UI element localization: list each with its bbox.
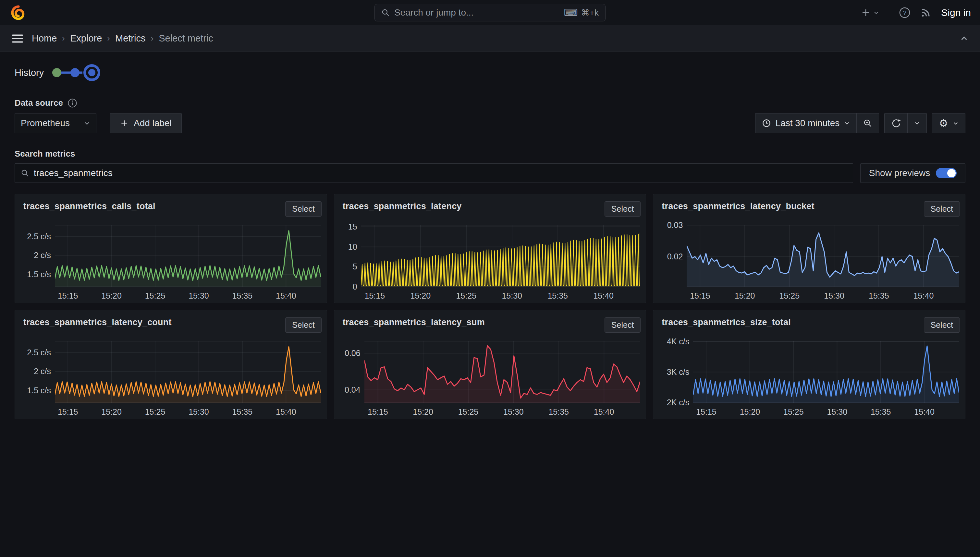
y-tick-label: 2 c/s (34, 251, 51, 260)
x-tick-label: 15:20 (413, 407, 433, 417)
x-tick-label: 15:40 (913, 291, 934, 301)
x-tick-label: 15:35 (869, 291, 889, 301)
panel-title: traces_spanmetrics_latency (343, 201, 462, 212)
preview-chart: 4K c/s3K c/s2K c/s 15:1515:2015:2515:301… (659, 341, 959, 419)
plot-area (361, 225, 640, 287)
chevron-down-icon (953, 120, 959, 126)
breadcrumb-separator: › (62, 33, 65, 44)
explore-metrics-content: History Data source Prometheus Add label (0, 64, 980, 419)
sign-in-link[interactable]: Sign in (941, 7, 971, 18)
y-tick-label: 2 c/s (34, 367, 51, 376)
metric-panel: traces_spanmetrics_calls_total Select 2.… (15, 194, 327, 303)
refresh-icon (891, 118, 901, 128)
plot-area (55, 225, 321, 287)
toggle-knob (947, 169, 956, 178)
datasource-picker[interactable]: Prometheus (15, 113, 96, 133)
panel-title: traces_spanmetrics_latency_sum (343, 318, 485, 327)
plot-area (693, 341, 959, 403)
x-tick-label: 15:40 (594, 407, 614, 417)
y-tick-label: 2.5 c/s (27, 231, 51, 241)
select-metric-button[interactable]: Select (924, 201, 960, 217)
refresh-interval-button[interactable] (907, 114, 926, 133)
select-metric-button[interactable]: Select (285, 318, 321, 333)
select-metric-button[interactable]: Select (285, 201, 321, 217)
help-icon: ? (899, 7, 911, 18)
preview-chart: 2.5 c/s2 c/s1.5 c/s 15:1515:2015:2515:30… (21, 341, 321, 419)
y-tick-label: 0 (353, 282, 357, 292)
add-label-button[interactable]: Add label (110, 113, 182, 133)
x-tick-label: 15:35 (547, 291, 568, 301)
y-tick-label: 0.02 (667, 252, 683, 261)
history-trail-icon[interactable] (52, 64, 101, 81)
search-metrics-label: Search metrics (15, 149, 75, 159)
chevron-up-icon[interactable] (960, 34, 968, 43)
x-axis: 15:1515:2015:2515:3015:3515:40 (693, 407, 959, 418)
grafana-logo-icon[interactable] (11, 5, 26, 20)
x-tick-label: 15:40 (276, 407, 296, 417)
help-button[interactable]: ? (899, 7, 911, 18)
time-range-picker[interactable]: Last 30 minutes (755, 114, 857, 133)
menu-icon[interactable] (12, 34, 23, 44)
panel-title: traces_spanmetrics_calls_total (23, 201, 155, 212)
search-icon (381, 8, 390, 17)
preview-chart: 151050 15:1515:2015:2515:3015:3515:40 (340, 225, 640, 303)
x-tick-label: 15:30 (502, 291, 522, 301)
select-metric-button[interactable]: Select (604, 318, 640, 333)
x-tick-label: 15:35 (232, 291, 253, 301)
x-axis: 15:1515:2015:2515:3015:3515:40 (687, 291, 959, 301)
chart-canvas (693, 341, 959, 403)
settings-group: ⚙ (932, 113, 965, 133)
x-axis: 15:1515:2015:2515:3015:3515:40 (364, 407, 640, 418)
preview-chart: 0.030.02 15:1515:2015:2515:3015:3515:40 (659, 225, 959, 303)
chart-canvas (361, 225, 640, 287)
global-search-input[interactable]: Search or jump to... ⌨ ⌘+k (374, 4, 606, 21)
time-range-value: Last 30 minutes (776, 118, 840, 129)
info-icon (67, 98, 77, 108)
x-tick-label: 15:30 (827, 407, 847, 417)
refresh-button[interactable] (885, 114, 907, 133)
breadcrumb-separator: › (107, 33, 110, 44)
breadcrumb-home[interactable]: Home (32, 33, 57, 44)
metric-search-value: traces_spanmetrics (34, 168, 113, 178)
x-axis: 15:1515:2015:2515:3015:3515:40 (55, 407, 321, 418)
news-button[interactable] (920, 7, 931, 18)
chart-canvas (687, 225, 959, 287)
y-tick-label: 15 (348, 222, 357, 231)
gear-icon: ⚙ (939, 118, 948, 129)
chevron-down-icon (844, 120, 850, 126)
y-tick-label: 1.5 c/s (27, 269, 51, 279)
y-tick-label: 4K c/s (667, 337, 689, 346)
metric-panel: traces_spanmetrics_latency Select 151050… (334, 194, 647, 303)
y-tick-label: 5 (353, 262, 357, 271)
x-tick-label: 15:25 (458, 407, 479, 417)
preview-chart: 0.060.04 15:1515:2015:2515:3015:3515:40 (340, 341, 640, 419)
x-tick-label: 15:40 (276, 291, 296, 301)
y-axis: 0.060.04 (340, 341, 361, 403)
y-tick-label: 2K c/s (667, 398, 689, 407)
x-tick-label: 15:25 (779, 291, 800, 301)
x-tick-label: 15:35 (549, 407, 569, 417)
chart-canvas (55, 341, 321, 403)
show-previews-control: Show previews (860, 163, 965, 183)
zoom-out-button[interactable] (856, 114, 879, 133)
metric-search-input[interactable]: traces_spanmetrics (15, 163, 853, 183)
y-tick-label: 1.5 c/s (27, 386, 51, 395)
breadcrumb-explore[interactable]: Explore (70, 33, 102, 44)
new-menu-button[interactable] (861, 8, 879, 18)
select-metric-button[interactable]: Select (924, 318, 960, 333)
breadcrumb-metrics[interactable]: Metrics (115, 33, 145, 44)
datasource-label: Data source (15, 98, 63, 108)
y-tick-label: 0.03 (667, 220, 683, 230)
keyboard-icon: ⌨ (564, 8, 578, 18)
x-tick-label: 15:35 (232, 407, 253, 417)
x-tick-label: 15:15 (58, 407, 78, 417)
x-tick-label: 15:30 (189, 291, 209, 301)
chevron-down-icon (873, 10, 879, 16)
show-previews-toggle[interactable] (936, 168, 957, 178)
y-tick-label: 0.04 (345, 385, 361, 394)
top-nav-bar: Search or jump to... ⌨ ⌘+k ? Sign in (0, 0, 980, 25)
y-tick-label: 0.06 (345, 348, 361, 358)
settings-button[interactable]: ⚙ (932, 114, 965, 133)
chevron-down-icon (84, 120, 90, 127)
select-metric-button[interactable]: Select (604, 201, 640, 217)
